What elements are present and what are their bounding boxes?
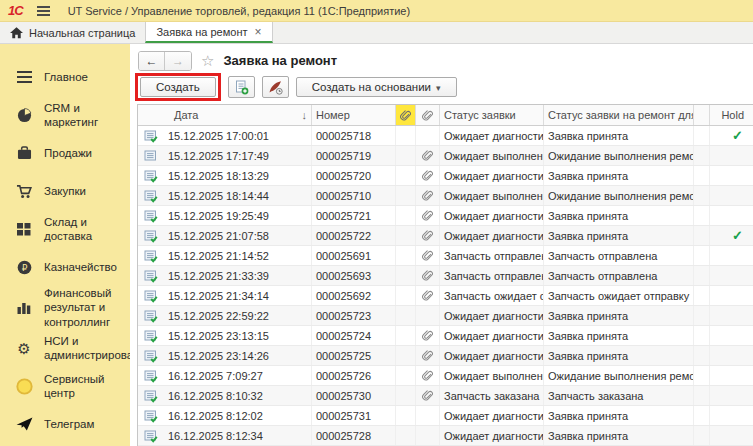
cell-date: 15.12.2025 21:34:14 [164,286,312,305]
paperclip-icon [422,230,433,241]
document-state-icon [138,386,164,405]
cell-hold [710,386,753,405]
sign-button[interactable] [262,76,289,98]
cell-attachment-highlighted [396,406,416,425]
table-row[interactable]: 15.12.2025 21:33:39 000025693 Запчасть о… [138,266,753,286]
cell-attachment-highlighted [396,206,416,225]
cell-number: 000025720 [312,166,396,185]
table-row[interactable]: 15.12.2025 18:14:44 000025710 Ожидает вы… [138,186,753,206]
create-based-on-button[interactable]: Создать на основании▾ [296,77,457,97]
cell-number: 000025731 [312,406,396,425]
table-row[interactable]: 16.12.2025 8:12:02 000025731 Ожидает диа… [138,406,753,426]
cell-attachment-highlighted [396,386,416,405]
sidebar-item-service-center[interactable]: Сервисный центр [0,367,130,405]
cell-spacer [694,206,710,225]
cell-number: 000025726 [312,366,396,385]
table-row[interactable]: 15.12.2025 23:13:15 000025724 Ожидает ди… [138,326,753,346]
header-attachment-highlighted[interactable] [396,105,416,125]
cell-hold: ✓ [710,126,753,145]
cell-hold [710,366,753,385]
sidebar-item-finance[interactable]: Финансовый результат и контроллинг [0,286,130,329]
sidebar-item-sales[interactable]: Продажи [0,134,130,172]
sidebar-item-crm[interactable]: CRM и маркетинг [0,96,130,134]
cell-date: 15.12.2025 17:00:01 [164,126,312,145]
forward-button[interactable]: → [165,52,191,70]
cell-hold [710,186,753,205]
header-attachment[interactable] [416,105,440,125]
tab-home-label: Начальная страница [29,27,135,39]
cell-request-status: Ожидает выполнени... [440,366,544,385]
yellow-circle-icon [15,378,33,395]
cell-spacer [694,246,710,265]
header-number[interactable]: Номер [312,105,396,125]
table-row[interactable]: 15.12.2025 17:17:49 000025719 Ожидает вы… [138,146,753,166]
cell-date: 15.12.2025 17:17:49 [164,146,312,165]
cell-client-status: Заявка принята [544,126,694,145]
table-row[interactable]: 15.12.2025 17:00:01 000025718 Ожидает ди… [138,126,753,146]
sidebar-item-warehouse[interactable]: Склад и доставка [0,210,130,248]
cell-client-status: Ожидание выполнения ремонта [544,186,694,205]
table-row[interactable]: 15.12.2025 21:34:14 000025692 Запчасть о… [138,286,753,306]
cell-spacer [694,146,710,165]
annotation-highlight-box: Создать [135,73,221,101]
cell-number: 000025691 [312,246,396,265]
cell-date: 15.12.2025 19:25:49 [164,206,312,225]
cell-attachment [416,126,440,145]
cell-number: 000025718 [312,126,396,145]
cell-attachment-highlighted [396,146,416,165]
document-state-icon [138,346,164,365]
cell-request-status: Ожидает диагностики [440,206,544,225]
header-client-status[interactable]: Статус заявки на ремонт для кл... [544,105,694,125]
cell-attachment [416,366,440,385]
sidebar-item-nsi-admin[interactable]: ⚙ НСИ и администрирование [0,329,130,367]
main-menu-icon[interactable] [37,6,50,16]
chevron-down-icon: ▾ [436,83,441,93]
paperclip-icon [422,170,433,181]
table-row[interactable]: 15.12.2025 21:14:52 000025691 Запчасть о… [138,246,753,266]
cell-spacer [694,306,710,325]
table-row[interactable]: 15.12.2025 22:59:22 000025723 Ожидает ди… [138,306,753,326]
table-row[interactable]: 15.12.2025 21:07:58 000025722 Ожидает ди… [138,226,753,246]
paperclip-icon [422,250,433,261]
cell-request-status: Ожидает диагностики [440,426,544,445]
favorite-star-icon[interactable]: ☆ [201,52,214,70]
tab-close-icon[interactable]: × [255,25,262,39]
create-button[interactable]: Создать [140,77,216,97]
table-row[interactable]: 15.12.2025 18:13:29 000025720 Ожидает ди… [138,166,753,186]
repair-requests-table: Дата ↓ Номер Статус заявки Статус заявки… [137,104,753,446]
header-hold[interactable]: Hold [710,105,753,125]
cell-hold [710,266,753,285]
sidebar-item-treasury[interactable]: ₽ Казначейство [0,248,130,286]
cell-attachment-highlighted [396,426,416,445]
cell-client-status: Запчасть отправлена [544,246,694,265]
header-request-status[interactable]: Статус заявки [440,105,544,125]
cell-attachment [416,186,440,205]
table-row[interactable]: 15.12.2025 19:25:49 000025721 Ожидает ди… [138,206,753,226]
header-date[interactable]: Дата ↓ [138,105,312,125]
cell-request-status: Ожидает диагностики [440,326,544,345]
document-state-icon [138,366,164,385]
sidebar-item-telegram[interactable]: Телеграм [0,405,130,443]
table-row[interactable]: 15.12.2025 23:14:26 000025725 Ожидает ди… [138,346,753,366]
document-state-icon [138,266,164,285]
tab-home[interactable]: Начальная страница [0,22,145,43]
tab-repair-request[interactable]: Заявка на ремонт × [145,22,272,43]
sidebar-item-purchases[interactable]: Закупки [0,172,130,210]
create-by-copy-button[interactable] [228,76,255,98]
paperclip-icon [422,350,433,361]
table-row[interactable]: 16.12.2025 8:10:32 000025730 Запчасть за… [138,386,753,406]
pie-chart-icon [15,108,33,123]
cell-date: 15.12.2025 18:13:29 [164,166,312,185]
table-row[interactable]: 16.12.2025 7:09:27 000025726 Ожидает вып… [138,366,753,386]
cell-request-status: Запчасть заказана [440,386,544,405]
content-area: ← → ☆ Заявка на ремонт Создать [130,44,753,446]
cell-attachment [416,166,440,185]
sidebar-item-main[interactable]: Главное [0,58,130,96]
back-button[interactable]: ← [139,52,165,70]
document-state-icon [138,206,164,225]
cell-hold: ✓ [710,226,753,245]
cell-spacer [694,426,710,445]
document-state-icon [138,246,164,265]
table-row[interactable]: 16.12.2025 8:12:34 000025728 Ожидает диа… [138,426,753,446]
cell-date: 15.12.2025 23:14:26 [164,346,312,365]
